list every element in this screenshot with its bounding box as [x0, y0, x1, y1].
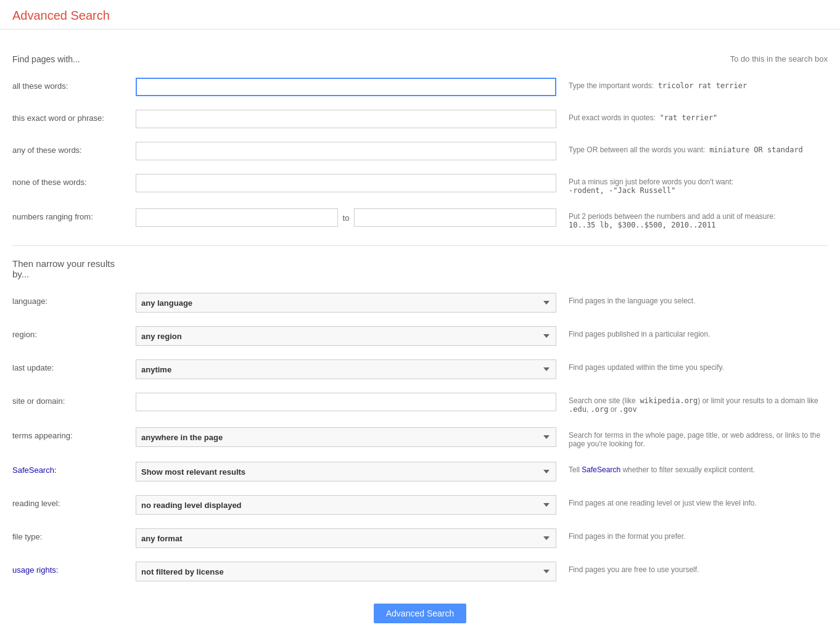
language-row: language: any language English French Ge… [12, 289, 828, 316]
all-words-input-area [136, 78, 556, 96]
site-domain-row: site or domain: Search one site (like wi… [12, 389, 828, 417]
none-words-input[interactable] [136, 174, 556, 192]
file-type-hint: Find pages in the format you prefer. [569, 528, 828, 541]
last-update-label: last update: [12, 359, 136, 372]
usage-rights-link[interactable]: usage rights: [12, 565, 58, 575]
region-row: region: any region United States United … [12, 322, 828, 350]
numbers-range-label: numbers ranging from: [12, 208, 136, 221]
site-domain-hint: Search one site (like wikipedia.org) or … [569, 393, 828, 414]
safesearch-select[interactable]: Show most relevant results Filter explic… [136, 462, 556, 481]
usage-rights-select[interactable]: not filtered by license free to use or s… [136, 562, 556, 581]
file-type-row: file type: any format Adobe Acrobat PDF … [12, 525, 828, 552]
numbers-range-input-area: to [136, 208, 556, 227]
terms-appearing-hint: Search for terms in the whole page, page… [569, 427, 828, 448]
reading-level-label: reading level: [12, 495, 136, 508]
site-domain-input[interactable] [136, 393, 556, 411]
page-title: Advanced Search [12, 9, 828, 23]
find-section-header: Find pages with... To do this in the sea… [12, 54, 828, 64]
none-words-input-area [136, 174, 556, 192]
language-select[interactable]: any language English French German Spani… [136, 293, 556, 313]
region-input-area: any region United States United Kingdom … [136, 326, 556, 346]
site-domain-input-area [136, 393, 556, 411]
safesearch-input-area: Show most relevant results Filter explic… [136, 462, 556, 481]
site-domain-label: site or domain: [12, 393, 136, 406]
region-hint: Find pages published in a particular reg… [569, 326, 828, 338]
exact-phrase-row: this exact word or phrase: Put exact wor… [12, 106, 828, 132]
any-words-input[interactable] [136, 142, 556, 160]
advanced-search-button[interactable]: Advanced Search [374, 604, 467, 623]
all-words-hint-code: tricolor rat terrier [658, 81, 747, 90]
numbers-range-row: numbers ranging from: to Put 2 periods b… [12, 205, 828, 233]
find-section-title: Find pages with... [12, 54, 80, 64]
exact-phrase-input-area [136, 110, 556, 128]
language-input-area: any language English French German Spani… [136, 293, 556, 313]
terms-appearing-select[interactable]: anywhere in the page in the title of the… [136, 427, 556, 447]
any-words-row: any of these words: Type OR between all … [12, 138, 828, 164]
narrow-section-title: Then narrow your resultsby... [12, 258, 828, 279]
exact-phrase-label: this exact word or phrase: [12, 110, 136, 123]
none-words-label: none of these words: [12, 174, 136, 187]
numbers-range-hint: Put 2 periods between the numbers and ad… [569, 208, 828, 229]
safesearch-row: SafeSearch: Show most relevant results F… [12, 458, 828, 485]
any-words-hint: Type OR between all the words you want: … [569, 142, 828, 154]
any-words-label: any of these words: [12, 142, 136, 155]
section-divider [12, 245, 828, 246]
main-content: Find pages with... To do this in the sea… [0, 30, 840, 635]
file-type-label: file type: [12, 528, 136, 541]
reading-level-select[interactable]: no reading level displayed annotate resu… [136, 495, 556, 515]
reading-level-row: reading level: no reading level displaye… [12, 491, 828, 518]
safesearch-label: SafeSearch: [12, 462, 136, 475]
all-words-row: all these words: Type the important word… [12, 74, 828, 100]
range-to-input[interactable] [354, 208, 556, 227]
file-type-input-area: any format Adobe Acrobat PDF (.pdf) Adob… [136, 528, 556, 548]
safesearch-link[interactable]: SafeSearch: [12, 465, 57, 475]
safesearch-hint-link[interactable]: SafeSearch [582, 465, 620, 474]
all-words-input[interactable] [136, 78, 556, 96]
all-words-hint: Type the important words: tricolor rat t… [569, 78, 828, 90]
usage-rights-hint: Find pages you are free to use yourself. [569, 562, 828, 574]
exact-phrase-hint: Put exact words in quotes: "rat terrier" [569, 110, 828, 122]
range-from-input[interactable] [136, 208, 338, 227]
none-words-hint-code: -rodent, -"Jack Russell" [569, 186, 675, 195]
language-hint: Find pages in the language you select. [569, 293, 828, 305]
terms-appearing-input-area: anywhere in the page in the title of the… [136, 427, 556, 447]
site-domain-hint-code2: .edu [569, 405, 587, 414]
page-header: Advanced Search [0, 0, 840, 30]
numbers-range-hint-code: 10..35 lb, $300..$500, 2010..2011 [569, 221, 715, 229]
safesearch-hint: Tell SafeSearch whether to filter sexual… [569, 462, 828, 474]
last-update-select[interactable]: anytime past 24 hours past week past mon… [136, 359, 556, 379]
region-label: region: [12, 326, 136, 339]
site-domain-hint-code3: .org [591, 405, 609, 414]
usage-rights-label: usage rights: [12, 562, 136, 575]
reading-level-input-area: no reading level displayed annotate resu… [136, 495, 556, 515]
site-domain-hint-code4: .gov [619, 405, 637, 414]
terms-appearing-label: terms appearing: [12, 427, 136, 440]
range-separator: to [343, 213, 350, 223]
last-update-hint: Find pages updated within the time you s… [569, 359, 828, 372]
site-domain-hint-code1: wikipedia.org [640, 396, 698, 405]
exact-phrase-input[interactable] [136, 110, 556, 128]
last-update-input-area: anytime past 24 hours past week past mon… [136, 359, 556, 379]
none-words-hint: Put a minus sign just before words you d… [569, 174, 828, 195]
any-words-hint-code: miniature OR standard [709, 145, 803, 154]
file-type-select[interactable]: any format Adobe Acrobat PDF (.pdf) Adob… [136, 528, 556, 548]
region-select[interactable]: any region United States United Kingdom … [136, 326, 556, 346]
none-words-row: none of these words: Put a minus sign ju… [12, 170, 828, 199]
reading-level-hint: Find pages at one reading level or just … [569, 495, 828, 507]
submit-row: Advanced Search [12, 604, 828, 635]
all-words-label: all these words: [12, 78, 136, 91]
usage-rights-input-area: not filtered by license free to use or s… [136, 562, 556, 581]
usage-rights-row: usage rights: not filtered by license fr… [12, 558, 828, 585]
terms-appearing-row: terms appearing: anywhere in the page in… [12, 424, 828, 452]
language-label: language: [12, 293, 136, 306]
search-box-hint-header: To do this in the search box [569, 54, 828, 63]
any-words-input-area [136, 142, 556, 160]
last-update-row: last update: anytime past 24 hours past … [12, 356, 828, 383]
exact-phrase-hint-code: "rat terrier" [659, 113, 717, 122]
